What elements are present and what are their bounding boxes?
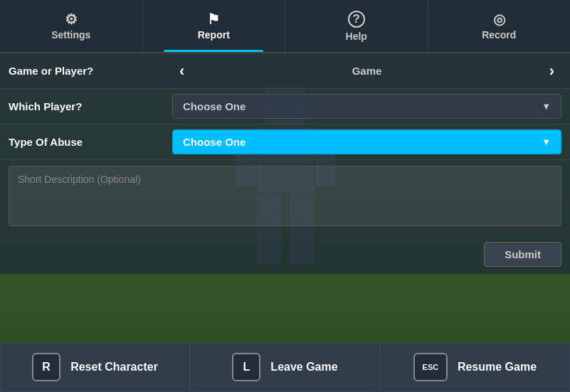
bottom-action-bar: R Reset Character L Leave Game ESC Resum… — [0, 342, 570, 392]
resume-key-label: ESC — [423, 363, 439, 371]
help-label: Help — [346, 31, 367, 42]
resume-game-label: Resume Game — [458, 361, 537, 374]
nav-help[interactable]: ? Help — [285, 0, 428, 52]
flag-icon: ⚑ — [207, 12, 220, 26]
report-form: Game or Player? ‹ Game › Which Player? C… — [0, 53, 570, 274]
game-player-control: ‹ Game › — [172, 59, 561, 83]
abuse-dropdown-arrow-icon: ▼ — [542, 137, 551, 147]
nav-report[interactable]: ⚑ Report — [143, 0, 286, 52]
type-of-abuse-label: Type Of Abuse — [9, 136, 172, 148]
which-player-row: Which Player? Choose One ▼ — [0, 89, 570, 125]
which-player-arrow-icon: ▼ — [542, 101, 551, 112]
resume-game-action[interactable]: ESC Resume Game — [380, 342, 570, 392]
game-value-display: Game — [197, 65, 536, 77]
which-player-control: Choose One ▼ — [172, 94, 561, 119]
resume-key-badge: ESC — [413, 353, 448, 381]
nav-record[interactable]: ◎ Record — [428, 0, 571, 52]
gear-icon: ⚙ — [65, 12, 78, 26]
game-or-player-label: Game or Player? — [9, 65, 172, 77]
next-arrow-button[interactable]: › — [542, 59, 561, 83]
help-icon: ? — [348, 11, 365, 28]
top-nav: ⚙ Settings ⚑ Report ? Help ◎ Record — [0, 0, 570, 53]
type-of-abuse-row: Type Of Abuse Choose One ▼ — [0, 125, 570, 160]
description-textarea[interactable] — [9, 166, 561, 226]
settings-label: Settings — [51, 29, 90, 41]
which-player-label: Which Player? — [9, 100, 172, 112]
type-of-abuse-dropdown[interactable]: Choose One ▼ — [172, 129, 561, 154]
type-of-abuse-control: Choose One ▼ — [172, 129, 561, 154]
prev-arrow-button[interactable]: ‹ — [172, 59, 191, 83]
record-label: Record — [482, 29, 516, 41]
game-or-player-row: Game or Player? ‹ Game › — [0, 53, 570, 89]
submit-button[interactable]: Submit — [484, 242, 561, 267]
description-row — [0, 160, 570, 235]
which-player-dropdown[interactable]: Choose One ▼ — [172, 94, 561, 119]
record-icon: ◎ — [493, 12, 505, 26]
reset-key-label: R — [42, 361, 51, 374]
report-label: Report — [198, 29, 230, 41]
leave-key-label: L — [243, 361, 250, 374]
reset-character-label: Reset Character — [70, 361, 158, 374]
leave-game-action[interactable]: L Leave Game — [190, 342, 380, 392]
type-of-abuse-placeholder: Choose One — [183, 136, 246, 148]
leave-game-label: Leave Game — [270, 361, 337, 374]
which-player-placeholder: Choose One — [183, 100, 246, 112]
nav-settings[interactable]: ⚙ Settings — [0, 0, 143, 52]
reset-key-badge: R — [32, 353, 60, 381]
submit-row: Submit — [0, 235, 570, 274]
leave-key-badge: L — [232, 353, 260, 381]
reset-character-action[interactable]: R Reset Character — [0, 342, 190, 392]
